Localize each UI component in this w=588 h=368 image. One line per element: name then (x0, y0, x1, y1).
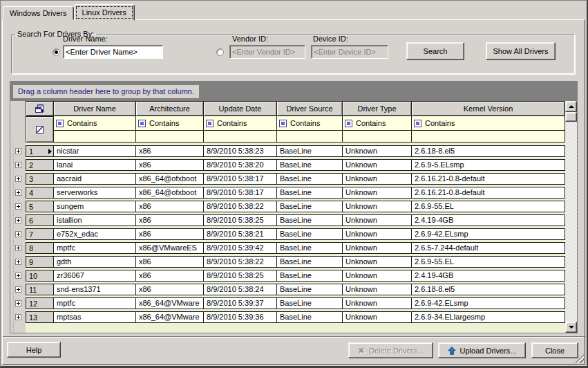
architecture-cell[interactable]: x86 (136, 201, 204, 212)
driver-type-cell[interactable]: Unknown (343, 201, 412, 212)
expand-icon[interactable] (15, 245, 21, 251)
expand-icon[interactable] (15, 273, 21, 279)
device-id-input[interactable] (311, 45, 388, 59)
table-row[interactable]: 4 serverworks x86_64@ofxboot 8/9/2010 5:… (10, 187, 565, 199)
row-header-cell[interactable]: 5 (26, 201, 54, 212)
driver-type-cell[interactable]: Unknown (343, 270, 412, 282)
filter-operator-cell[interactable]: Contains (277, 116, 343, 131)
filter-operator-cell[interactable]: Contains (412, 116, 565, 131)
driver-name-input[interactable] (63, 45, 163, 59)
column-header[interactable]: Update Date (204, 101, 277, 116)
table-row[interactable]: 3 aacraid x86_64@ofxboot 8/9/2010 5:38:1… (10, 173, 565, 185)
kernel-version-cell[interactable]: 2.6.9-42.ELsmp (412, 228, 565, 240)
driver-type-cell[interactable]: Unknown (343, 297, 412, 309)
row-header-cell[interactable]: 1 (26, 145, 54, 157)
kernel-version-cell[interactable]: 2.6.9-34.ELlargesmp (412, 311, 565, 323)
group-by-drop-area[interactable]: Drag a column header here to group by th… (10, 82, 577, 101)
filter-operator-cell[interactable]: Contains (136, 116, 204, 131)
column-header[interactable]: Driver Source (277, 101, 343, 116)
kernel-version-cell[interactable]: 2.6.5-7.244-default (412, 242, 565, 254)
driver-type-cell[interactable]: Unknown (343, 159, 412, 171)
row-header-cell[interactable]: 7 (26, 228, 54, 240)
scroll-down-button[interactable] (565, 322, 577, 333)
column-header[interactable]: Driver Name (54, 101, 136, 116)
driver-name-cell[interactable]: snd-ens1371 (54, 284, 136, 295)
architecture-cell[interactable]: x86 (136, 284, 204, 295)
update-date-cell[interactable]: 8/9/2010 5:38:17 (204, 187, 277, 199)
filter-input-cell[interactable] (277, 131, 343, 142)
vendor-device-radio[interactable] (216, 48, 224, 56)
driver-type-cell[interactable]: Unknown (343, 284, 412, 295)
filter-operator-cell[interactable]: Contains (343, 116, 412, 131)
kernel-version-cell[interactable]: 2.6.9-42.ELsmp (412, 297, 565, 309)
expand-icon[interactable] (15, 300, 21, 306)
row-header-cell[interactable]: 6 (26, 214, 54, 226)
table-row[interactable]: 8 mptfc x86@VMwareES 8/9/2010 5:39:42 Ba… (10, 242, 565, 254)
table-row[interactable]: 9 gdth x86 8/9/2010 5:38:22 BaseLine Unk… (10, 256, 565, 268)
expand-icon[interactable] (15, 176, 21, 182)
row-header-cell[interactable]: 2 (26, 159, 54, 171)
update-date-cell[interactable]: 8/9/2010 5:38:17 (204, 173, 277, 185)
driver-type-cell[interactable]: Unknown (343, 256, 412, 268)
driver-source-cell[interactable]: BaseLine (277, 214, 343, 226)
driver-name-radio[interactable] (53, 48, 60, 56)
row-header-cell[interactable]: 10 (26, 270, 54, 282)
row-header-cell[interactable]: 11 (26, 284, 54, 295)
scrollbar-thumb[interactable] (565, 112, 577, 122)
driver-type-cell[interactable]: Unknown (343, 311, 412, 323)
table-row[interactable]: 12 mptfc x86_64@VMware 8/9/2010 5:39:37 … (10, 297, 565, 309)
driver-name-cell[interactable]: mptfc (54, 242, 136, 254)
driver-name-cell[interactable]: mptfc (54, 297, 136, 309)
update-date-cell[interactable]: 8/9/2010 5:39:37 (204, 297, 277, 309)
architecture-cell[interactable]: x86 (136, 214, 204, 226)
expand-icon[interactable] (15, 259, 21, 265)
architecture-cell[interactable]: x86 (136, 256, 204, 268)
expand-icon[interactable] (15, 286, 21, 293)
architecture-cell[interactable]: x86 (136, 228, 204, 240)
filter-input-cell[interactable] (136, 131, 204, 142)
close-button[interactable]: Close (531, 342, 578, 358)
architecture-cell[interactable]: x86_64@ofxboot (136, 187, 204, 199)
driver-source-cell[interactable]: BaseLine (277, 284, 343, 295)
tab-windows-drivers[interactable]: Windows Drivers (3, 6, 74, 20)
expand-icon[interactable] (15, 314, 21, 320)
update-date-cell[interactable]: 8/9/2010 5:38:21 (204, 228, 277, 240)
expand-icon[interactable] (15, 217, 21, 223)
filter-input-cell[interactable] (412, 131, 565, 142)
table-row[interactable]: 7 e752x_edac x86 8/9/2010 5:38:21 BaseLi… (10, 228, 565, 240)
driver-source-cell[interactable]: BaseLine (277, 270, 343, 282)
driver-source-cell[interactable]: BaseLine (277, 311, 343, 323)
row-header-cell[interactable]: 12 (26, 297, 54, 309)
driver-type-cell[interactable]: Unknown (343, 187, 412, 199)
upload-drivers-button[interactable]: Upload Drivers... (438, 342, 526, 358)
filter-customize-button[interactable] (26, 116, 54, 142)
driver-source-cell[interactable]: BaseLine (277, 228, 343, 240)
driver-source-cell[interactable]: BaseLine (277, 159, 343, 171)
kernel-version-cell[interactable]: 2.6.9-55.EL (412, 256, 565, 268)
row-header-cell[interactable]: 9 (26, 256, 54, 268)
driver-source-cell[interactable]: BaseLine (277, 297, 343, 309)
field-chooser-button[interactable] (26, 101, 54, 116)
filter-operator-cell[interactable]: Contains (204, 116, 277, 131)
driver-type-cell[interactable]: Unknown (343, 214, 412, 226)
driver-type-cell[interactable]: Unknown (343, 145, 412, 157)
update-date-cell[interactable]: 8/9/2010 5:38:25 (204, 214, 277, 226)
kernel-version-cell[interactable]: 2.6.16.21-0.8-default (412, 173, 565, 185)
table-row[interactable]: 10 zr36067 x86 8/9/2010 5:38:25 BaseLine… (10, 270, 565, 282)
expand-icon[interactable] (15, 203, 21, 210)
vertical-scrollbar[interactable] (565, 101, 577, 333)
driver-name-cell[interactable]: istallion (54, 214, 136, 226)
expand-icon[interactable] (15, 231, 21, 237)
driver-source-cell[interactable]: BaseLine (277, 187, 343, 199)
filter-input-cell[interactable] (54, 131, 136, 142)
tab-linux-drivers[interactable]: Linux Drivers (74, 4, 135, 21)
architecture-cell[interactable]: x86_64@VMware (136, 297, 204, 309)
kernel-version-cell[interactable]: 2.4.19-4GB (412, 214, 565, 226)
update-date-cell[interactable]: 8/9/2010 5:38:22 (204, 256, 277, 268)
architecture-cell[interactable]: x86 (136, 159, 204, 171)
driver-source-cell[interactable]: BaseLine (277, 242, 343, 254)
driver-name-cell[interactable]: gdth (54, 256, 136, 268)
kernel-version-cell[interactable]: 2.6.16.21-0.8-default (412, 187, 565, 199)
update-date-cell[interactable]: 8/9/2010 5:38:20 (204, 159, 277, 171)
delete-drivers-button[interactable]: ✖ Delete Drivers... (348, 342, 433, 358)
